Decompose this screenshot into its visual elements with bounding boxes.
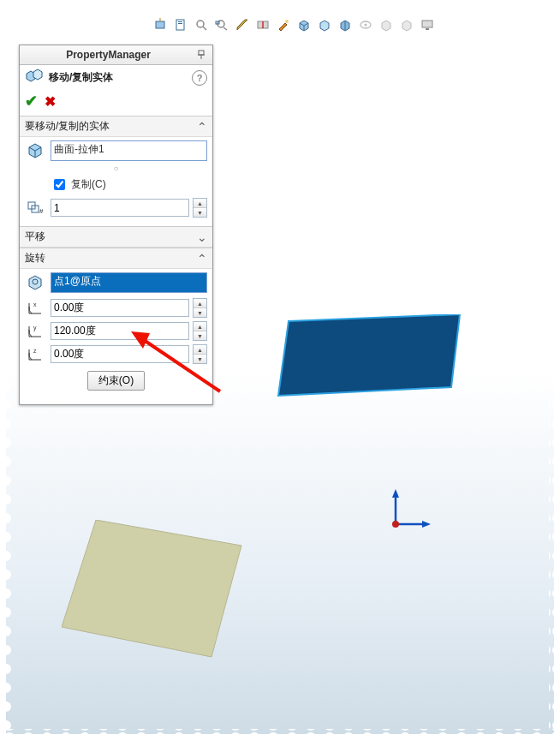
- angle-z-input[interactable]: [51, 345, 189, 363]
- pm-header: PropertyManager: [20, 45, 212, 65]
- display2-icon[interactable]: [398, 16, 415, 33]
- section-icon[interactable]: [254, 16, 271, 33]
- svg-marker-19: [320, 21, 329, 31]
- bodies-section-header[interactable]: 要移动/复制的实体 ⌃: [20, 116, 212, 137]
- svg-marker-50: [422, 521, 431, 528]
- bodies-selection-box[interactable]: 曲面-拉伸1: [51, 140, 207, 161]
- svg-rect-58: [0, 0, 6, 740]
- rotate-section-title: 旋转: [25, 251, 197, 266]
- svg-marker-10: [237, 20, 247, 30]
- pm-feature-title: 移动/复制实体: [49, 70, 187, 85]
- spinner-up[interactable]: ▲: [194, 199, 206, 208]
- copy-count-spinner[interactable]: ▲▼: [193, 198, 207, 218]
- svg-point-23: [365, 24, 367, 27]
- svg-rect-57: [0, 734, 560, 740]
- help-icon[interactable]: ?: [192, 70, 207, 86]
- copy-count-input[interactable]: [51, 199, 189, 217]
- svg-rect-2: [176, 20, 184, 30]
- svg-marker-46: [62, 520, 241, 657]
- rotate-reference-item: 点1@原点: [54, 275, 101, 287]
- svg-line-8: [223, 27, 227, 30]
- svg-rect-26: [422, 21, 432, 27]
- top-toolbar: [152, 16, 436, 33]
- svg-marker-32: [33, 69, 42, 80]
- bodies-section-body: 曲面-拉伸1 ○ 复制(C) # ▲▼: [20, 137, 212, 226]
- zoom-icon[interactable]: [213, 16, 230, 33]
- angle-x-input[interactable]: [51, 299, 189, 317]
- angle-x-spinner[interactable]: ▲▼: [193, 298, 207, 318]
- ok-button[interactable]: ✔: [25, 92, 38, 110]
- measure-icon[interactable]: [234, 16, 251, 33]
- svg-point-51: [392, 521, 399, 528]
- svg-marker-13: [279, 23, 287, 31]
- property-manager-panel: PropertyManager 移动/复制实体 ? ✔ ✖ 要移动/复制的实体 …: [19, 45, 213, 405]
- svg-text:x: x: [33, 301, 37, 307]
- cube3-icon[interactable]: [337, 16, 354, 33]
- chevron-up-icon: ⌃: [197, 120, 207, 134]
- rotate-section-body: 点1@原点 x ▲▼ y ▲▼ z: [20, 269, 212, 404]
- surface-body-preview[interactable]: [62, 520, 259, 668]
- translate-section-title: 平移: [25, 230, 197, 244]
- svg-rect-4: [178, 23, 182, 24]
- spinner-up[interactable]: ▲: [194, 299, 206, 308]
- svg-rect-56: [0, 0, 560, 6]
- cancel-button[interactable]: ✖: [45, 93, 56, 110]
- doc-icon[interactable]: [172, 16, 189, 33]
- svg-rect-59: [554, 0, 560, 740]
- cube2-icon[interactable]: [316, 16, 333, 33]
- svg-marker-45: [278, 314, 460, 396]
- origin-triad[interactable]: [383, 486, 434, 537]
- plane-icon[interactable]: [152, 16, 169, 33]
- pm-header-title: PropertyManager: [23, 49, 194, 61]
- move-copy-feature-icon: [25, 69, 44, 87]
- spinner-down[interactable]: ▼: [194, 308, 206, 317]
- angle-y-input[interactable]: [51, 322, 189, 340]
- surface-body-blue[interactable]: [271, 314, 468, 411]
- svg-rect-27: [426, 28, 429, 30]
- angle-y-icon: y: [25, 322, 47, 341]
- constrain-button[interactable]: 约束(O): [87, 371, 145, 391]
- pm-feature-titlebar: 移动/复制实体 ?: [20, 65, 212, 90]
- angle-z-icon: z: [25, 345, 47, 364]
- svg-marker-40: [29, 276, 41, 289]
- angle-y-spinner[interactable]: ▲▼: [193, 321, 207, 341]
- solid-body-icon: [25, 140, 47, 159]
- svg-rect-0: [156, 21, 164, 28]
- angle-z-spinner[interactable]: ▲▼: [193, 344, 207, 364]
- svg-marker-24: [382, 21, 390, 31]
- spinner-up[interactable]: ▲: [194, 345, 206, 355]
- pm-ok-cancel-row: ✔ ✖: [20, 90, 212, 116]
- chevron-up-icon: ⌃: [197, 252, 207, 266]
- rotate-section-header[interactable]: 旋转 ⌃: [20, 248, 212, 269]
- copy-checkbox[interactable]: [54, 179, 65, 190]
- bodies-selection-item: 曲面-拉伸1: [54, 143, 104, 155]
- chevron-down-icon: ⌄: [197, 230, 207, 244]
- spinner-down[interactable]: ▼: [194, 355, 206, 363]
- cube1-icon[interactable]: [295, 16, 313, 33]
- svg-text:z: z: [33, 348, 37, 354]
- count-icon: #: [25, 199, 47, 218]
- rotate-reference-selection[interactable]: 点1@原点: [51, 272, 207, 293]
- translate-section-header[interactable]: 平移 ⌄: [20, 226, 212, 248]
- rotate-axis-icon: [25, 272, 47, 291]
- search-icon[interactable]: [193, 16, 210, 33]
- paint-icon[interactable]: [275, 16, 292, 33]
- display1-icon[interactable]: [378, 16, 395, 33]
- svg-marker-48: [392, 489, 399, 498]
- svg-marker-25: [402, 21, 411, 31]
- svg-rect-28: [199, 51, 204, 55]
- spinner-up[interactable]: ▲: [194, 322, 206, 331]
- svg-text:y: y: [33, 325, 37, 331]
- copy-checkbox-label: 复制(C): [71, 177, 106, 192]
- svg-text:#: #: [39, 207, 44, 215]
- spinner-down[interactable]: ▼: [194, 208, 206, 217]
- svg-rect-3: [178, 21, 182, 22]
- svg-line-6: [203, 27, 206, 30]
- pin-icon[interactable]: [194, 48, 209, 62]
- bodies-section-title: 要移动/复制的实体: [25, 119, 197, 134]
- monitor-icon[interactable]: [419, 16, 436, 33]
- spinner-down[interactable]: ▼: [194, 331, 206, 340]
- angle-x-icon: x: [25, 299, 47, 318]
- eye-icon[interactable]: [357, 16, 374, 33]
- graphics-viewport[interactable]: PropertyManager 移动/复制实体 ? ✔ ✖ 要移动/复制的实体 …: [6, 6, 554, 734]
